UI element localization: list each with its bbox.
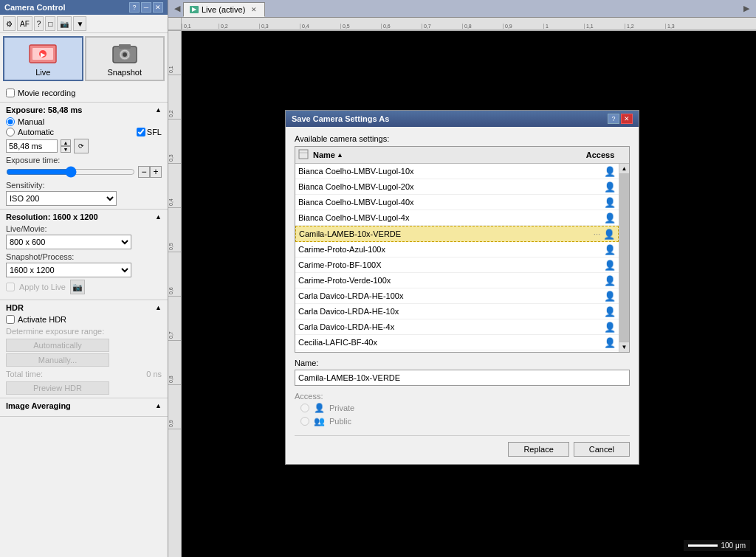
- list-body[interactable]: Bianca Coelho-LMBV-Lugol-10x 👤 Bianca Co…: [295, 164, 619, 352]
- access-section: Access: 👤 Private 👥 Pu: [295, 392, 630, 426]
- camera-toolbar-btn[interactable]: 📷: [57, 16, 72, 31]
- exposure-minus-btn[interactable]: −: [138, 166, 150, 178]
- list-item[interactable]: Carime-Proto-BF-100X 👤: [295, 257, 619, 273]
- scroll-thumb[interactable]: [619, 174, 629, 342]
- image-averaging-section: Image Averaging ▲: [0, 398, 168, 417]
- movie-recording-row: Movie recording: [6, 89, 162, 97]
- automatic-row: Automatic SFL: [6, 128, 162, 136]
- movie-recording-label: Movie recording: [18, 89, 75, 97]
- list-scrollbar[interactable]: ▲ ▼: [619, 164, 629, 352]
- hdr-collapse[interactable]: ▲: [155, 304, 162, 311]
- settings-icon-btn[interactable]: ⚙: [3, 16, 16, 31]
- resolution-header: Resolution: 1600 x 1200 ▲: [6, 212, 162, 221]
- sensitivity-label: Sensitivity:: [6, 181, 45, 190]
- list-item[interactable]: Bianca Coelho-LMBV-Lugol-10x 👤: [295, 164, 619, 179]
- panel-titlebar: Camera Control ? ─ ✕: [0, 0, 168, 15]
- right-area: ◀ ▶ Live (active) ✕ ▶ 0,1 0,2 0,3 0,4: [168, 0, 756, 557]
- menu-btn[interactable]: ▼: [73, 16, 86, 31]
- auto-exposure-btn[interactable]: Automatically: [6, 339, 109, 352]
- available-settings-label: Available camera settings:: [295, 134, 630, 143]
- list-item[interactable]: Carla Davico-LRDA-HE-4x 👤: [295, 319, 619, 335]
- resolution-collapse[interactable]: ▲: [155, 213, 162, 221]
- hdr-header: HDR ▲: [6, 303, 162, 312]
- list-item[interactable]: Cecilia-LAFIC-PH-20x 👤: [295, 350, 619, 352]
- automatic-radio[interactable]: [6, 128, 15, 136]
- snapshot-label: Snapshot/Process:: [6, 252, 74, 261]
- exposure-slider-container: − +: [6, 166, 162, 178]
- exposure-time-input[interactable]: [6, 139, 58, 153]
- live-movie-select[interactable]: 800 x 600 1600 x 1200: [6, 235, 131, 249]
- manual-radio[interactable]: [6, 117, 15, 126]
- preview-hdr-btn[interactable]: Preview HDR: [6, 381, 109, 395]
- tab-nav-left[interactable]: ◀: [171, 4, 183, 13]
- cancel-btn[interactable]: Cancel: [574, 442, 630, 457]
- camera-small-btn[interactable]: 📷: [70, 280, 85, 294]
- list-header: Name ▲ Access: [295, 147, 629, 164]
- list-item[interactable]: Bianca Coelho-LMBV-Lugol-40x 👤: [295, 195, 619, 210]
- list-item[interactable]: Carla Davico-LRDA-HE-100x 👤: [295, 288, 619, 304]
- live-active-tab[interactable]: ▶ Live (active) ✕: [183, 2, 265, 17]
- scroll-down-btn[interactable]: ▼: [619, 342, 629, 352]
- list-item-selected[interactable]: Camila-LAMEB-10x-VERDE ··· 👤: [295, 226, 619, 242]
- snapshot-mode-btn[interactable]: Snapshot: [85, 36, 165, 81]
- image-averaging-collapse[interactable]: ▲: [155, 402, 162, 409]
- af-btn[interactable]: AF: [17, 16, 32, 31]
- snapshot-select[interactable]: 1600 x 1200 800 x 600: [6, 263, 131, 277]
- sfl-checkbox-row: SFL: [137, 128, 162, 136]
- live-movie-row: Live/Movie: 800 x 600 1600 x 1200: [6, 224, 162, 249]
- activate-hdr-checkbox[interactable]: [6, 315, 15, 324]
- person-icon-8: 👤: [604, 290, 616, 302]
- tab-close-btn[interactable]: ✕: [251, 6, 257, 13]
- apply-row: Apply to Live 📷: [6, 280, 162, 294]
- exposure-slider[interactable]: [6, 167, 135, 177]
- exposure-header: Exposure: 58,48 ms ▲: [6, 105, 162, 114]
- list-item[interactable]: Bianca Coelho-LMBV-Lugol-20x 👤: [295, 179, 619, 195]
- public-radio[interactable]: [300, 417, 309, 426]
- private-label: Private: [329, 404, 354, 412]
- exposure-collapse[interactable]: ▲: [155, 106, 162, 114]
- name-input[interactable]: [295, 370, 630, 386]
- live-mode-btn[interactable]: ▶ Live: [3, 36, 83, 81]
- person-icon-4: 👤: [603, 228, 615, 240]
- resolution-title: Resolution: 1600 x 1200: [6, 212, 98, 221]
- tab-nav-right[interactable]: ▶: [740, 4, 753, 13]
- private-radio[interactable]: [300, 404, 309, 412]
- exposure-up-btn[interactable]: ▲: [61, 139, 71, 146]
- list-item[interactable]: Cecilia-LAFIC-BF-40x 👤: [295, 335, 619, 350]
- sensitivity-select[interactable]: ISO 200 ISO 400 ISO 800: [6, 191, 117, 206]
- min-btn[interactable]: ─: [141, 2, 151, 13]
- exposure-auto-btn[interactable]: ⟳: [74, 139, 89, 153]
- dialog-close-btn[interactable]: ✕: [621, 114, 633, 124]
- live-btn-label: Live: [35, 68, 50, 77]
- col-access-header[interactable]: Access: [574, 151, 626, 159]
- movie-recording-checkbox[interactable]: [6, 89, 15, 97]
- close-btn[interactable]: ✕: [153, 2, 163, 13]
- movie-recording-section: Movie recording: [0, 84, 168, 103]
- dialog-help-btn[interactable]: ?: [608, 114, 619, 124]
- help-toolbar-btn[interactable]: ?: [34, 16, 44, 31]
- list-item[interactable]: Carime-Proto-Verde-100x 👤: [295, 273, 619, 288]
- sfl-checkbox[interactable]: [137, 128, 145, 136]
- apply-to-live-checkbox[interactable]: [6, 283, 15, 291]
- tab-bar: ◀ ▶ Live (active) ✕ ▶: [168, 0, 756, 18]
- scroll-up-btn[interactable]: ▲: [619, 164, 629, 174]
- list-item[interactable]: Bianca Coelho-LMBV-Lugol-4x 👤: [295, 210, 619, 226]
- total-time-row: Total time: 0 ns: [6, 370, 162, 378]
- square-btn[interactable]: □: [45, 16, 55, 31]
- hdr-title: HDR: [6, 303, 24, 312]
- manual-exposure-btn[interactable]: Manually...: [6, 353, 109, 367]
- dots-indicator: ···: [594, 229, 600, 238]
- live-movie-label: Live/Movie:: [6, 224, 47, 233]
- list-item[interactable]: Carla Davico-LRDA-HE-10x 👤: [295, 304, 619, 319]
- help-btn[interactable]: ?: [129, 2, 140, 13]
- exposure-plus-btn[interactable]: +: [150, 166, 162, 178]
- col-name-header[interactable]: Name ▲: [313, 151, 574, 159]
- dialog-body: Available camera settings:: [286, 127, 639, 464]
- access-label: Access:: [295, 392, 630, 401]
- list-item[interactable]: Carime-Proto-Azul-100x 👤: [295, 242, 619, 257]
- exposure-down-btn[interactable]: ▼: [61, 146, 71, 153]
- activate-hdr-row: Activate HDR: [6, 315, 162, 324]
- list-header-icon: [298, 149, 310, 161]
- replace-btn[interactable]: Replace: [508, 442, 568, 457]
- sensitivity-row: Sensitivity: ISO 200 ISO 400 ISO 800: [6, 181, 162, 206]
